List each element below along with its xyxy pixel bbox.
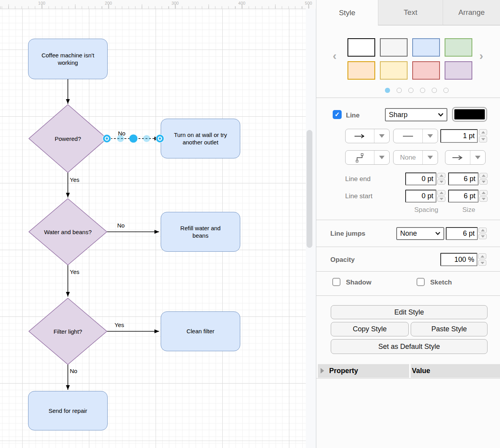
step-down-button[interactable] [479, 179, 488, 185]
dropdown-caret[interactable] [423, 151, 438, 164]
opacity-input[interactable]: 100 % [440, 253, 477, 266]
format-tabs: Style Text Arrange [316, 0, 500, 25]
swatch-yellow[interactable] [380, 61, 408, 80]
step-up-button[interactable] [479, 190, 488, 196]
page-dot[interactable] [420, 88, 425, 93]
edit-style-button[interactable]: Edit Style [331, 305, 488, 319]
page-dot-active[interactable] [385, 88, 390, 93]
dropdown-caret[interactable] [470, 151, 485, 164]
line-width-stepper [479, 129, 487, 142]
opacity-label: Opacity [330, 256, 355, 264]
line-jumps-select[interactable]: None [396, 227, 444, 240]
step-down-button[interactable] [478, 260, 486, 266]
swatch-white[interactable] [348, 38, 375, 57]
property-column-header[interactable]: Property [318, 364, 409, 378]
checkmark-icon: ✓ [335, 111, 340, 118]
stepper [479, 173, 488, 185]
step-up-button[interactable] [479, 173, 488, 178]
step-up-button[interactable] [437, 173, 445, 178]
expand-triangle-icon[interactable] [321, 368, 324, 373]
decision-label-water: Water and beans? [44, 229, 92, 235]
edge-label-yes[interactable]: Yes [115, 322, 124, 328]
step-down-button[interactable] [479, 196, 488, 202]
page-dot[interactable] [408, 88, 413, 93]
tab-style[interactable]: Style [316, 0, 378, 25]
step-down-button[interactable] [479, 234, 487, 239]
step-down-button[interactable] [437, 179, 445, 185]
dropdown-caret[interactable] [374, 151, 389, 164]
node-label: Turn on at wall or try another outlet [167, 131, 235, 146]
dropdown-caret[interactable] [374, 129, 389, 143]
stepper [479, 228, 487, 239]
edge-label-no[interactable]: No [70, 368, 77, 374]
swatch-orange[interactable] [348, 61, 375, 80]
node-turn-on-at-wall[interactable]: Turn on at wall or try another outlet [161, 119, 240, 158]
stepper [437, 173, 445, 185]
waypoints-button[interactable] [345, 150, 390, 165]
node-start[interactable]: Coffee machine isn't working [28, 39, 108, 79]
line-start-size-input[interactable]: 6 pt [448, 190, 479, 203]
line-end-spacing-input[interactable]: 0 pt [405, 172, 436, 185]
size-column-label: Size [462, 206, 475, 214]
swatch-gray[interactable] [380, 38, 408, 57]
node-label: Clean filter [186, 327, 215, 335]
line-checkbox[interactable]: ✓ [333, 110, 342, 119]
swatch-red[interactable] [412, 61, 440, 80]
step-up-button[interactable] [479, 129, 487, 135]
edge-label-no[interactable]: No [117, 222, 124, 229]
swatch-purple[interactable] [445, 61, 472, 80]
line-end-arrow-button[interactable] [445, 150, 486, 165]
chevron-down-icon [438, 113, 443, 117]
connection-arrow-button[interactable] [345, 129, 390, 143]
node-label: Refill water and beans [175, 224, 226, 240]
line-jumps-size-input[interactable]: 6 pt [446, 227, 478, 240]
node-clean-filter[interactable]: Clean filter [161, 311, 240, 351]
edge-virtual-waypoint[interactable] [143, 135, 150, 142]
page-dot[interactable] [397, 88, 402, 93]
edge-label-yes[interactable]: Yes [70, 268, 79, 275]
node-refill-water-beans[interactable]: Refill water and beans [161, 212, 240, 252]
palette-prev-icon[interactable]: ‹ [333, 50, 337, 62]
divider [316, 271, 500, 272]
line-jumps-label: Line jumps [330, 230, 365, 238]
step-down-button[interactable] [479, 136, 487, 142]
tab-text[interactable]: Text [378, 0, 443, 25]
swatch-green[interactable] [445, 38, 472, 57]
node-send-for-repair[interactable]: Send for repair [28, 391, 108, 430]
palette-next-icon[interactable]: › [479, 50, 483, 62]
set-default-style-button[interactable]: Set as Default Style [331, 339, 488, 354]
canvas-scrollbar-thumb[interactable] [307, 130, 312, 248]
diagram-canvas[interactable]: 100 200 300 400 500 [0, 0, 316, 448]
edge-source-handle[interactable] [103, 134, 111, 143]
tab-arrange[interactable]: Arrange [443, 0, 500, 25]
page-dot[interactable] [443, 88, 449, 93]
line-end-size-input[interactable]: 6 pt [448, 172, 479, 185]
step-up-button[interactable] [437, 190, 445, 196]
edge-midpoint-handle[interactable] [129, 135, 138, 143]
line-width-input[interactable]: 1 pt [440, 129, 478, 143]
style-swatches [348, 38, 472, 80]
copy-style-button[interactable]: Copy Style [331, 322, 409, 336]
step-down-button[interactable] [437, 196, 445, 202]
line-color-button[interactable] [452, 107, 487, 122]
spacing-column-label: Spacing [414, 206, 438, 214]
node-label: Coffee machine isn't working [35, 52, 101, 67]
decision-label-powered: Powered? [55, 135, 81, 142]
shadow-checkbox[interactable] [332, 278, 340, 286]
swatch-blue[interactable] [412, 38, 440, 57]
page-dot[interactable] [432, 88, 437, 93]
value-column-header[interactable]: Value [411, 364, 500, 378]
line-style-select[interactable]: Sharp [385, 108, 447, 121]
opacity-stepper [478, 253, 486, 266]
line-pattern-button[interactable] [393, 129, 438, 143]
paste-style-button[interactable]: Paste Style [411, 322, 488, 336]
step-up-button[interactable] [479, 228, 487, 233]
dropdown-caret[interactable] [423, 129, 438, 143]
sketch-checkbox[interactable] [417, 278, 425, 286]
step-up-button[interactable] [478, 253, 486, 259]
edge-label-no[interactable]: No [118, 130, 125, 137]
edge-label-yes[interactable]: Yes [70, 176, 79, 183]
line-start-spacing-input[interactable]: 0 pt [405, 190, 436, 203]
canvas-scrollbar-track[interactable] [306, 9, 316, 448]
line-start-arrow-button[interactable]: None [393, 150, 438, 165]
